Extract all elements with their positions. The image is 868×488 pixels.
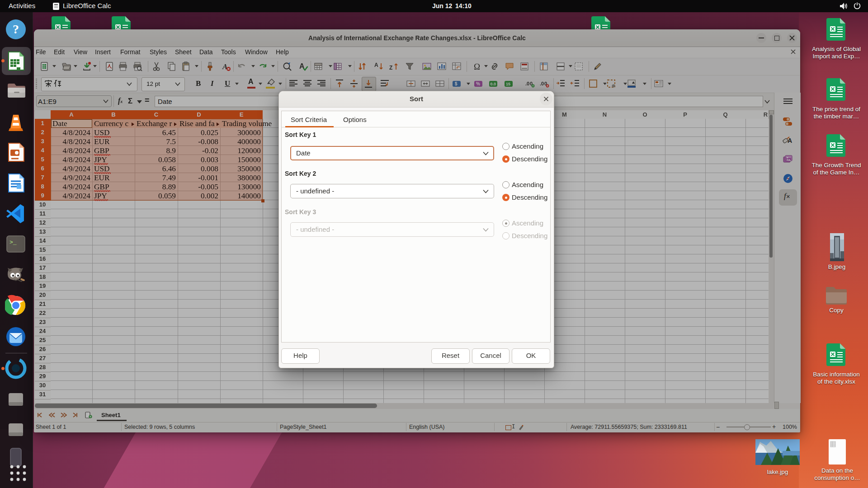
svg-text:Z: Z [389, 65, 392, 71]
svg-text:%: % [476, 81, 480, 86]
svg-text:A: A [788, 137, 792, 144]
svg-text:.0: .0 [540, 81, 544, 86]
svg-text:15: 15 [506, 82, 510, 86]
svg-text:A: A [374, 62, 378, 68]
svg-text:$: $ [455, 81, 458, 86]
svg-text:.0: .0 [525, 81, 529, 86]
svg-text:0.0: 0.0 [491, 82, 496, 86]
svg-text:Ω: Ω [474, 62, 480, 71]
